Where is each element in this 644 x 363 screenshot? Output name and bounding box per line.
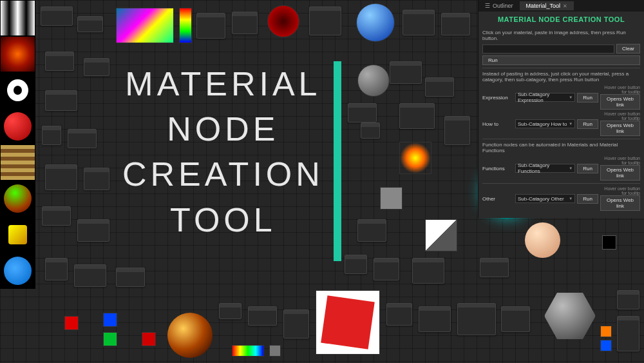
select-sub-expression-value: Sub-Catagory Expression [518, 92, 569, 103]
graph-node[interactable] [419, 306, 451, 332]
graph-node[interactable] [386, 303, 412, 326]
run-other-button[interactable]: Run [577, 194, 598, 204]
preview-gradient-strip [179, 8, 192, 43]
graph-node[interactable] [42, 206, 71, 226]
select-sub-other[interactable]: Sub-Catagory Other ▼ [515, 194, 575, 203]
tab-outliner[interactable]: ☰ Outliner [478, 1, 520, 10]
tool-panel: ☰ Outliner Material_Tool ✕ MATERIAL NODE… [478, 0, 644, 218]
panel-instruction-2: Instead of pasting in address, just clic… [482, 71, 640, 83]
graph-node[interactable] [399, 103, 435, 129]
thumb-blue-circle[interactable] [0, 253, 35, 289]
run-functions-button[interactable]: Run [577, 164, 598, 173]
graph-node[interactable] [480, 258, 509, 277]
hover-hint: Hover over button for tooltip [600, 85, 640, 94]
swatch-orange [600, 326, 612, 337]
thumb-fire[interactable] [0, 36, 35, 72]
graph-node[interactable] [45, 258, 68, 280]
hover-hint: Hover over button for tooltip [600, 112, 640, 121]
graph-node[interactable] [219, 303, 242, 319]
tab-material-tool[interactable]: Material_Tool ✕ [520, 1, 574, 10]
graph-node[interactable] [617, 290, 639, 309]
graph-node[interactable] [248, 306, 277, 326]
graph-node[interactable] [116, 268, 145, 287]
close-icon[interactable]: ✕ [563, 3, 567, 9]
select-sub-functions-value: Sub-Catagory Functions [518, 162, 569, 174]
label-functions: Functions [482, 166, 513, 172]
graph-node[interactable] [309, 6, 341, 35]
graph-node[interactable] [361, 123, 380, 139]
swatch-blue [103, 313, 117, 327]
preview-gradient2 [232, 345, 264, 357]
chevron-down-icon: ▼ [569, 197, 573, 201]
graph-node[interactable] [196, 13, 225, 39]
chevron-down-icon: ▼ [569, 122, 573, 126]
graph-node[interactable] [501, 306, 530, 332]
hover-hint: Hover over button for tooltip [600, 156, 640, 165]
opens-web-link-button[interactable]: Opens Web link [600, 165, 640, 181]
address-input[interactable] [482, 44, 614, 54]
thumb-red-sphere[interactable] [0, 108, 35, 144]
thumb-green-sphere[interactable] [0, 181, 35, 217]
graph-node[interactable] [444, 116, 470, 145]
opens-web-link-button[interactable]: Opens Web link [600, 121, 640, 136]
select-sub-other-value: Sub-Catagory Other [518, 196, 564, 202]
thumb-stripes[interactable] [0, 144, 35, 181]
graph-node[interactable] [345, 255, 367, 274]
swatch-box [602, 235, 616, 250]
preview-red-cube [316, 290, 380, 355]
graph-node[interactable] [41, 6, 73, 26]
swatch-red2 [142, 332, 156, 346]
preview-sun-sphere [167, 313, 213, 358]
preview-noise [380, 187, 402, 210]
graph-node[interactable] [348, 103, 377, 123]
graph-node[interactable] [357, 219, 386, 242]
select-sub-functions[interactable]: Sub-Catagory Functions ▼ [515, 164, 575, 173]
graph-node[interactable] [441, 13, 470, 35]
select-sub-expression[interactable]: Sub-Catagory Expression ▼ [515, 93, 575, 102]
swatch-blue2 [600, 340, 612, 351]
preview-rock [357, 64, 390, 97]
graph-node[interactable] [77, 219, 109, 242]
graph-node[interactable] [402, 10, 435, 35]
graph-node[interactable] [412, 258, 444, 284]
graph-node[interactable] [42, 126, 61, 145]
graph-node[interactable] [84, 58, 109, 76]
graph-node[interactable] [390, 61, 422, 84]
opens-web-link-button[interactable]: Opens Web link [600, 195, 640, 211]
thumb-gradient[interactable] [0, 0, 35, 36]
graph-node[interactable] [74, 264, 106, 287]
graph-node[interactable] [68, 129, 97, 148]
title-line4: TOOL [122, 197, 324, 242]
title-line1: MATERIAL [122, 61, 324, 106]
run-howto-button[interactable]: Run [577, 119, 598, 129]
hero-title: MATERIAL NODE CREATION TOOL [122, 61, 324, 242]
preview-splash [116, 8, 174, 43]
preview-red-disc [267, 5, 299, 37]
accent-bar [334, 61, 341, 261]
thumb-yellow[interactable] [0, 217, 35, 253]
clear-button[interactable]: Clear [616, 44, 640, 54]
graph-node[interactable] [45, 90, 77, 111]
graph-node[interactable] [425, 77, 454, 97]
thumb-ring[interactable] [0, 72, 35, 108]
panel-tabs: ☰ Outliner Material_Tool ✕ [478, 0, 644, 12]
tab-outliner-label: Outliner [493, 3, 513, 9]
label-howto: How to [482, 121, 513, 127]
graph-node[interactable] [283, 309, 309, 338]
graph-node[interactable] [45, 52, 74, 71]
graph-node[interactable] [374, 258, 399, 280]
graph-node[interactable] [84, 168, 109, 190]
swatch-green [103, 332, 117, 346]
graph-node[interactable] [232, 12, 258, 34]
graph-node[interactable] [457, 303, 496, 335]
swatch-red [64, 316, 79, 330]
run-button-main[interactable]: Run [482, 55, 640, 65]
opens-web-link-button[interactable]: Opens Web link [600, 94, 640, 110]
graph-node[interactable] [617, 316, 639, 351]
hover-hint: Hover over button for tooltip [600, 186, 640, 195]
panel-title: MATERIAL NODE CREATION TOOL [478, 12, 644, 27]
select-sub-howto[interactable]: Sub-Catagory How to ▼ [515, 119, 575, 128]
graph-node[interactable] [77, 16, 103, 32]
run-expression-button[interactable]: Run [577, 93, 598, 103]
graph-node[interactable] [45, 164, 77, 190]
